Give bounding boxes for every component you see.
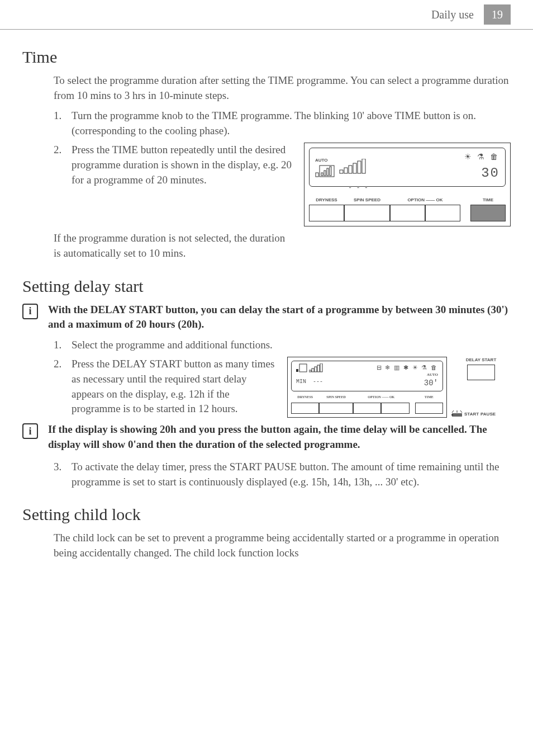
start-label: START — [464, 411, 479, 417]
svg-line-21 — [460, 410, 462, 413]
start-indicator-icon — [451, 410, 463, 418]
time-heading: Time — [22, 48, 511, 67]
time-diagram: AUTO — [304, 143, 511, 226]
childlock-heading: Setting child lock — [22, 505, 511, 524]
svg-rect-2 — [321, 173, 323, 176]
svg-rect-16 — [315, 367, 317, 372]
step-number: 1. — [54, 108, 72, 138]
time-step1: Turn the programme knob to the TIME prog… — [72, 108, 511, 138]
dryness-level-icon — [315, 165, 335, 177]
svg-rect-10 — [358, 161, 361, 173]
lcd-dashes: - - - — [348, 183, 506, 193]
lcd-value: 30' — [424, 378, 438, 389]
lcd-dashes: --- — [313, 379, 323, 385]
delay-start-button — [467, 365, 495, 380]
info-icon: i — [22, 304, 38, 319]
info-icon: i — [22, 423, 38, 439]
btn-spin-label: SPIN SPEED — [326, 395, 346, 401]
svg-rect-12 — [296, 369, 298, 372]
svg-rect-11 — [362, 159, 365, 173]
step-number: 1. — [54, 338, 72, 353]
delay-start-label: DELAY START — [466, 357, 497, 363]
svg-rect-5 — [330, 167, 331, 176]
time-note: If the programme duration is not selecte… — [54, 231, 288, 261]
delay-step1: Select the programme and additional func… — [72, 338, 511, 353]
svg-rect-8 — [349, 166, 352, 173]
delay-step3: To activate the delay timer, press the S… — [72, 460, 511, 489]
lcd-min-label: MIN — [296, 379, 306, 385]
lcd-auto-label: AUTO — [427, 372, 438, 378]
delay-step2: Press the DELAY START button as many tim… — [72, 357, 276, 416]
btn-spin-label: SPIN SPEED — [354, 197, 380, 204]
lcd-auto-label: AUTO — [315, 157, 328, 163]
delay-heading: Setting delay start — [22, 277, 511, 296]
dryness-level-icon — [296, 363, 307, 372]
pause-label: PAUSE — [480, 411, 496, 417]
svg-rect-0 — [316, 173, 318, 177]
childlock-intro: The child lock can be set to prevent a p… — [54, 531, 511, 560]
svg-rect-9 — [353, 163, 356, 173]
btn-option-label: OPTION —— OK — [368, 395, 394, 401]
btn-time-label: TIME — [483, 197, 493, 204]
svg-rect-17 — [317, 365, 320, 372]
page-number: 19 — [484, 4, 511, 25]
delay-diagram: ⊟ ❄ ▥ ✱ ☀ ⚗ 🗑 AUTO MIN --- 30' — [287, 357, 511, 418]
svg-rect-18 — [320, 363, 322, 372]
time-step2: Press the TIME button repeatedly until t… — [72, 144, 292, 185]
svg-line-19 — [452, 410, 454, 413]
svg-rect-15 — [312, 368, 314, 372]
header-section-title: Daily use — [431, 8, 474, 21]
delay-info1: With the DELAY START button, you can del… — [48, 303, 511, 332]
svg-rect-14 — [309, 370, 311, 372]
step-number: 2. — [54, 357, 72, 416]
btn-dryness-label: DRYNESS — [316, 197, 337, 204]
delay-info2: If the display is showing 20h and you pr… — [48, 422, 511, 452]
svg-rect-7 — [344, 168, 348, 173]
svg-rect-13 — [299, 364, 307, 372]
btn-time-label: TIME — [425, 395, 434, 401]
signal-bars-icon — [309, 363, 328, 372]
signal-bars-icon — [339, 159, 370, 176]
lcd-value: 30 — [481, 164, 499, 183]
btn-option-label: OPTION —— OK — [407, 197, 442, 204]
btn-dryness-label: DRYNESS — [297, 395, 313, 401]
time-intro: To select the programme duration after s… — [54, 73, 511, 103]
lcd-status-icons: ⊟ ❄ ▥ ✱ ☀ ⚗ 🗑 — [377, 363, 439, 372]
svg-rect-4 — [327, 168, 329, 176]
svg-rect-6 — [340, 170, 343, 173]
svg-rect-3 — [324, 171, 326, 176]
svg-rect-22 — [452, 413, 462, 417]
step-number: 2. — [54, 143, 72, 187]
lcd-status-icons: ☀ ⚗ 🗑 — [464, 152, 499, 163]
step-number: 3. — [54, 460, 72, 489]
